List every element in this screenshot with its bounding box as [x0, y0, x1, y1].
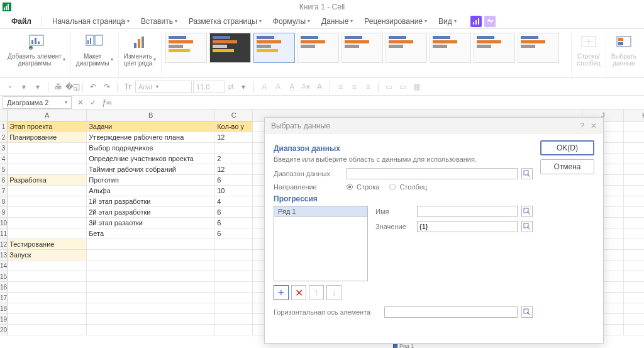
cell[interactable]	[87, 303, 215, 314]
chart-style-5[interactable]	[341, 33, 383, 63]
open-icon[interactable]: ▾	[18, 81, 30, 93]
menu-formulas[interactable]: Формулы▾	[268, 15, 315, 28]
chart-style-8[interactable]	[474, 33, 515, 63]
bold-icon[interactable]: A	[258, 81, 270, 93]
cell[interactable]	[215, 239, 253, 250]
col-header-a[interactable]: A	[8, 109, 87, 121]
cell[interactable]	[215, 314, 253, 325]
cell[interactable]	[215, 271, 253, 282]
cell[interactable]: Разработка	[8, 175, 87, 186]
row-header[interactable]: 10	[0, 218, 8, 228]
row-header[interactable]: 16	[0, 282, 8, 293]
menu-data[interactable]: Данные▾	[316, 15, 358, 28]
name-picker-icon[interactable]	[521, 206, 533, 217]
cell[interactable]	[624, 164, 644, 175]
cell[interactable]	[624, 143, 644, 154]
cell[interactable]	[624, 314, 644, 325]
print-icon[interactable]: 🖶	[52, 81, 65, 93]
change-color-button[interactable]: Изменить цвет ряда▾	[124, 33, 157, 67]
cell[interactable]	[87, 293, 215, 303]
cell[interactable]	[624, 293, 644, 303]
borders-icon[interactable]: ▦	[410, 81, 423, 93]
ok-button[interactable]: OK(D)	[540, 140, 594, 155]
cell[interactable]	[624, 325, 644, 335]
menu-view[interactable]: Вид▾	[433, 15, 462, 28]
row-header[interactable]: 11	[0, 228, 8, 239]
row-header[interactable]: 14	[0, 261, 8, 271]
row-header[interactable]: 15	[0, 271, 8, 282]
cell[interactable]	[87, 325, 215, 335]
cell[interactable]	[8, 143, 87, 154]
row-header[interactable]: 3	[0, 143, 8, 154]
series-value-input[interactable]	[417, 221, 518, 232]
wrap-icon[interactable]: ▭	[396, 81, 409, 93]
cancel-formula-icon[interactable]: ✕	[74, 98, 87, 107]
cell[interactable]	[624, 271, 644, 282]
move-down-button[interactable]: ↓	[326, 285, 341, 300]
cell[interactable]	[87, 271, 215, 282]
underline-icon[interactable]: A̲	[286, 81, 298, 93]
col-header-k[interactable]: K	[624, 109, 644, 121]
cell[interactable]: 10	[215, 186, 253, 196]
haxis-input[interactable]	[384, 306, 518, 318]
cell[interactable]: 6	[215, 207, 253, 218]
cell[interactable]	[624, 218, 644, 228]
cancel-button[interactable]: Отмена	[540, 159, 594, 174]
cell[interactable]: 6	[215, 218, 253, 228]
value-picker-icon[interactable]	[521, 221, 533, 232]
cell[interactable]	[87, 250, 215, 261]
cell[interactable]: Утверждение рабочего плана	[87, 132, 215, 143]
cell[interactable]	[8, 207, 87, 218]
cell[interactable]	[624, 186, 644, 196]
cell[interactable]	[87, 314, 215, 325]
accept-formula-icon[interactable]: ✓	[87, 98, 99, 107]
cell[interactable]: 3й этап разаотки	[87, 218, 215, 228]
series-item[interactable]: Ряд 1	[274, 206, 367, 217]
series-name-input[interactable]	[417, 206, 518, 217]
cell[interactable]	[624, 261, 644, 271]
row-header[interactable]: 18	[0, 303, 8, 314]
series-list[interactable]: Ряд 1	[274, 206, 368, 281]
row-header[interactable]: 7	[0, 186, 8, 196]
cell[interactable]	[8, 325, 87, 335]
cell[interactable]	[8, 164, 87, 175]
menu-review[interactable]: Рецензирование▾	[359, 15, 432, 28]
row-header[interactable]: 4	[0, 154, 8, 164]
switch-row-column-button[interactable]: Строка/ столбец	[577, 33, 601, 67]
row-header[interactable]: 9	[0, 207, 8, 218]
name-box[interactable]: Диаграмма 2▾	[3, 96, 72, 109]
cell[interactable]: 4	[215, 196, 253, 207]
chart-style-3[interactable]	[253, 33, 295, 63]
help-icon[interactable]: ?	[580, 121, 584, 130]
row-header[interactable]: 8	[0, 196, 8, 207]
font-color-icon[interactable]: A▾	[299, 81, 312, 93]
cell[interactable]	[87, 282, 215, 293]
cell[interactable]: Тестирование	[8, 239, 87, 250]
chart-format-icon[interactable]	[484, 16, 496, 27]
chart-style-6[interactable]	[386, 33, 427, 63]
cell[interactable]	[8, 186, 87, 196]
row-header[interactable]: 13	[0, 250, 8, 261]
cell[interactable]: 12	[215, 164, 253, 175]
cell[interactable]: Альфа	[87, 186, 215, 196]
range-input[interactable]	[347, 168, 518, 179]
undo-icon[interactable]: ↶	[87, 81, 99, 93]
cell[interactable]: Планирование	[8, 132, 87, 143]
align-center-icon[interactable]: ≡	[348, 81, 360, 93]
preview-icon[interactable]: �◱	[66, 81, 79, 93]
cell[interactable]	[624, 154, 644, 164]
cell[interactable]: Тайминг рабочих собраний	[87, 164, 215, 175]
delete-series-button[interactable]: ✕	[291, 285, 306, 300]
cell[interactable]	[624, 282, 644, 293]
cell[interactable]	[87, 239, 215, 250]
cell[interactable]: Выбор подрядчиков	[87, 143, 215, 154]
italic-icon[interactable]: A	[272, 81, 284, 93]
cell[interactable]	[624, 207, 644, 218]
format-painter-icon[interactable]: Tr	[121, 81, 134, 93]
save-icon[interactable]: ▾	[31, 81, 44, 93]
cell[interactable]: 2	[215, 154, 253, 164]
cell[interactable]	[215, 261, 253, 271]
row-header[interactable]: 1	[0, 121, 8, 132]
cell[interactable]: Этап проекта	[8, 121, 87, 132]
chart-style-9[interactable]	[518, 33, 559, 63]
